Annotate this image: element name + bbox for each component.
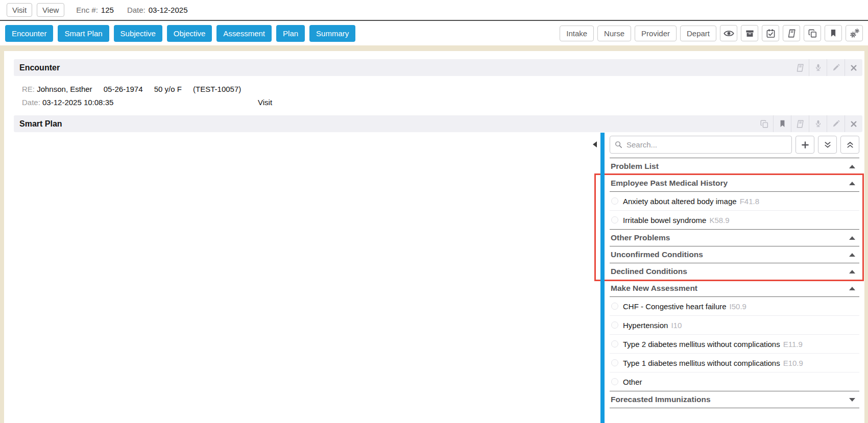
- condition-code: E11.9: [783, 340, 803, 349]
- condition-item[interactable]: HypertensionI10: [610, 316, 859, 335]
- section-header[interactable]: Other Problems: [610, 229, 859, 246]
- encounter-bar-icons: [791, 59, 862, 76]
- book-icon[interactable]: [791, 59, 809, 76]
- close-icon[interactable]: [845, 115, 862, 132]
- tab-subjective[interactable]: Subjective: [114, 25, 162, 42]
- visit-button[interactable]: Visit: [7, 3, 32, 17]
- section-header[interactable]: Forecasted Immunizations: [610, 391, 859, 408]
- triangle-up-icon: [849, 270, 855, 273]
- depart-button[interactable]: Depart: [680, 26, 716, 41]
- tab-plan[interactable]: Plan: [276, 25, 305, 42]
- radio-circle-icon[interactable]: [611, 340, 618, 347]
- triangle-up-icon: [849, 236, 855, 240]
- tab-objective[interactable]: Objective: [167, 25, 212, 42]
- copy-icon[interactable]: [755, 115, 773, 132]
- smart-plan-body: Problem ListEmployee Past Medical Histor…: [10, 133, 862, 423]
- triangle-down-icon: [849, 398, 855, 402]
- triangle-up-icon: [849, 287, 855, 290]
- calendar-check-icon[interactable]: [762, 25, 779, 41]
- radio-circle-icon[interactable]: [611, 378, 618, 385]
- condition-item[interactable]: Type 2 diabetes mellitus without complic…: [610, 335, 859, 354]
- section-header-label: Declined Conditions: [610, 267, 687, 276]
- microphone-icon[interactable]: [809, 59, 827, 76]
- panel-collapse-column: [589, 133, 600, 423]
- condition-item[interactable]: Anxiety about altered body imageF41.8: [610, 192, 859, 211]
- enc-number-label: Enc #:: [76, 6, 98, 14]
- tab-smart-plan[interactable]: Smart Plan: [58, 25, 109, 42]
- encounter-section-bar: Encounter: [14, 59, 862, 76]
- triangle-up-icon: [849, 253, 855, 257]
- section-header-label: Employee Past Medical History: [610, 179, 728, 188]
- chevron-left-icon: [593, 141, 597, 147]
- section-header[interactable]: Declined Conditions: [610, 263, 859, 280]
- nurse-button[interactable]: Nurse: [597, 26, 631, 41]
- condition-name: Irritable bowel syndrome: [623, 216, 706, 225]
- content-area: Encounter RE: Johnson, Esther: [4, 51, 864, 423]
- enc-date-label: Date:: [127, 6, 146, 14]
- nav-right-group: Intake Nurse Provider Depart: [560, 25, 863, 41]
- condition-item[interactable]: CHF - Congestive heart failureI50.9: [610, 297, 859, 316]
- add-button[interactable]: [795, 136, 814, 154]
- expand-all-button[interactable]: [818, 136, 837, 154]
- bookmark-icon[interactable]: [825, 25, 842, 41]
- patient-dob: 05-26-1974: [104, 85, 143, 93]
- microphone-icon[interactable]: [809, 115, 827, 132]
- visit-type-label: Visit: [258, 96, 272, 109]
- intake-button[interactable]: Intake: [560, 26, 594, 41]
- patient-age-sex: 50 y/o F: [154, 85, 182, 93]
- double-chevron-up-icon: [846, 141, 854, 149]
- condition-list: Problem ListEmployee Past Medical Histor…: [610, 158, 859, 423]
- bookmark-icon[interactable]: [773, 115, 791, 132]
- section-header[interactable]: Employee Past Medical History: [610, 175, 859, 192]
- section-header[interactable]: Problem List: [610, 158, 859, 175]
- section-header[interactable]: Make New Assessment: [610, 280, 859, 297]
- radio-circle-icon[interactable]: [611, 321, 618, 329]
- condition-code: F41.8: [740, 197, 759, 206]
- condition-name: CHF - Congestive heart failure: [623, 302, 727, 311]
- tab-assessment[interactable]: Assessment: [216, 25, 272, 42]
- condition-code: I50.9: [730, 302, 746, 311]
- enc-number-value: 125: [101, 6, 114, 14]
- condition-item[interactable]: Type 1 diabetes mellitus without complic…: [610, 354, 859, 372]
- pencil-icon[interactable]: [827, 59, 845, 76]
- view-button[interactable]: View: [37, 3, 64, 17]
- book-icon[interactable]: [791, 115, 809, 132]
- radio-circle-icon[interactable]: [611, 359, 618, 366]
- plus-icon: [801, 140, 810, 150]
- condition-code: K58.9: [709, 216, 729, 225]
- panel-collapse-button[interactable]: [591, 139, 599, 150]
- top-bar: Visit View Enc #: 125 Date: 03-12-2025: [0, 0, 868, 21]
- tab-summary[interactable]: Summary: [309, 25, 355, 42]
- condition-item[interactable]: Irritable bowel syndromeK58.9: [610, 211, 859, 230]
- provider-button[interactable]: Provider: [635, 26, 677, 41]
- encounter-meta: Enc #: 125 Date: 03-12-2025: [76, 6, 187, 14]
- patient-name: Johnson, Esther: [37, 85, 92, 93]
- collapse-all-button[interactable]: [840, 136, 859, 154]
- content-frame: Encounter RE: Johnson, Esther: [0, 45, 868, 423]
- book-icon[interactable]: [783, 25, 800, 41]
- radio-circle-icon[interactable]: [611, 216, 618, 223]
- radio-circle-icon[interactable]: [611, 197, 618, 205]
- condition-code: I10: [671, 321, 682, 330]
- re-label: RE:: [22, 85, 35, 93]
- search-input[interactable]: [610, 136, 792, 154]
- eye-icon[interactable]: [720, 25, 737, 41]
- patient-line: RE: Johnson, Esther 05-26-1974 50 y/o F …: [22, 83, 862, 96]
- condition-name: Type 1 diabetes mellitus without complic…: [623, 359, 780, 367]
- radio-circle-icon[interactable]: [611, 303, 618, 310]
- section-header-label: Forecasted Immunizations: [610, 395, 711, 404]
- conditions-panel: Problem ListEmployee Past Medical Histor…: [605, 133, 862, 423]
- archive-box-icon[interactable]: [741, 25, 758, 41]
- copy-icon[interactable]: [804, 25, 821, 41]
- tab-encounter[interactable]: Encounter: [5, 25, 53, 42]
- panel-divider-rail: [600, 133, 605, 423]
- section-header-label: Other Problems: [610, 233, 670, 242]
- condition-item[interactable]: Other: [610, 372, 859, 391]
- pencil-icon[interactable]: [827, 115, 845, 132]
- triangle-up-icon: [849, 165, 855, 168]
- double-chevron-down-icon: [824, 141, 832, 149]
- condition-name: Other: [623, 378, 642, 386]
- close-icon[interactable]: [845, 59, 862, 76]
- section-header[interactable]: Unconfirmed Conditions: [610, 246, 859, 263]
- settings-gears-icon[interactable]: [846, 25, 863, 41]
